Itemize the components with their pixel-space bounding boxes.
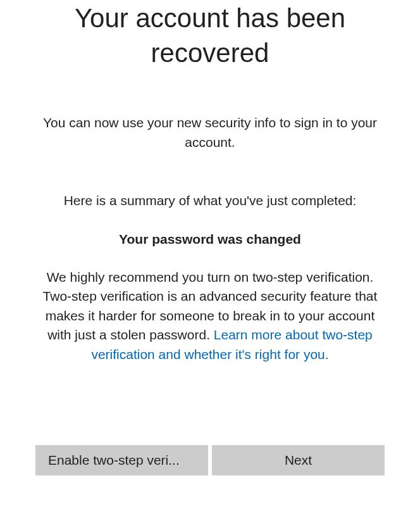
summary-label: Here is a summary of what you've just co… (35, 191, 385, 210)
recommendation-paragraph: We highly recommend you turn on two-step… (35, 268, 385, 364)
next-button[interactable]: Next (212, 445, 385, 475)
page-container: Your account has been recovered You can … (0, 1, 420, 475)
intro-text: You can now use your new security info t… (35, 113, 385, 152)
enable-two-step-button[interactable]: Enable two-step veri... (35, 445, 208, 475)
button-row: Enable two-step veri... Next (35, 445, 385, 475)
page-title: Your account has been recovered (35, 1, 385, 70)
password-changed-text: Your password was changed (35, 230, 385, 249)
